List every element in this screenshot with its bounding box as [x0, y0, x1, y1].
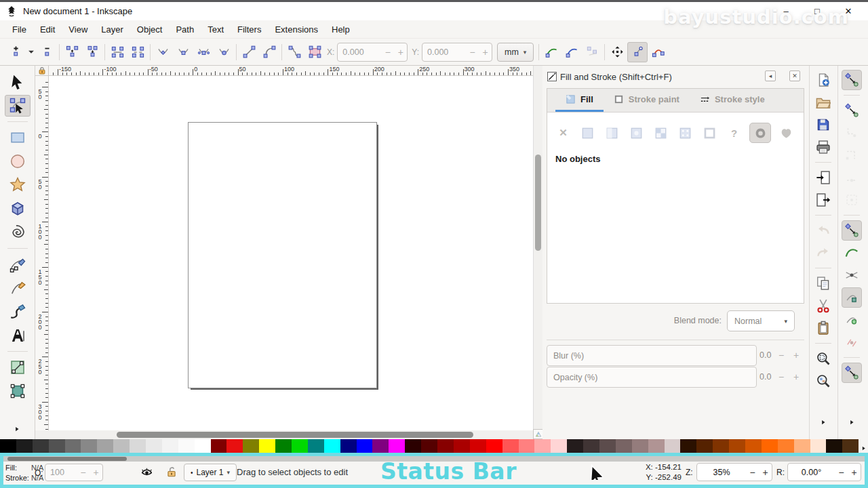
ruler-corner[interactable]	[35, 66, 49, 76]
menu-object[interactable]: Object	[130, 22, 170, 37]
print-document[interactable]	[813, 137, 833, 157]
palette-swatch[interactable]	[713, 439, 729, 453]
make-symmetric-button[interactable]	[193, 42, 214, 62]
menu-layer[interactable]: Layer	[94, 22, 130, 37]
node-tool[interactable]	[5, 95, 31, 117]
palette-swatch[interactable]	[226, 439, 243, 453]
palette-swatch[interactable]	[162, 439, 178, 453]
menu-path[interactable]: Path	[169, 22, 201, 37]
paint-unknown-question-button[interactable]: ?	[725, 124, 743, 142]
break-nodes-button[interactable]	[62, 42, 82, 62]
palette-swatch[interactable]	[16, 439, 33, 453]
join-nodes-button[interactable]	[82, 42, 102, 62]
paste[interactable]	[813, 318, 833, 338]
decrement-button[interactable]: −	[77, 467, 90, 478]
box3d-tool[interactable]	[5, 198, 31, 220]
fill-rule-nonzero-button[interactable]	[777, 124, 795, 142]
make-smooth-button[interactable]	[173, 42, 193, 62]
opacity-decrement-button[interactable]: −	[778, 371, 784, 382]
snap-midpoints[interactable]	[842, 332, 862, 352]
layer-selector[interactable]: • Layer 1 ▾	[184, 464, 237, 481]
snap-bounding-box[interactable]	[842, 100, 862, 121]
make-corner-button[interactable]	[153, 42, 173, 62]
palette-swatch[interactable]	[810, 439, 827, 453]
palette-swatch[interactable]	[146, 439, 162, 453]
make-auto-smooth-button[interactable]	[214, 42, 234, 62]
snap-bbox-edges[interactable]	[842, 123, 862, 143]
opacity-slider[interactable]: Opacity (%)	[547, 367, 757, 388]
delete-node-button[interactable]	[37, 42, 57, 62]
palette-swatch[interactable]	[33, 439, 49, 453]
palette-swatch[interactable]	[97, 439, 113, 453]
ellipse-tool[interactable]	[5, 150, 31, 172]
tab-stroke-style[interactable]: Stroke style	[690, 89, 775, 112]
dialog-collapse-button[interactable]: ◂	[765, 70, 776, 81]
show-path-outline-button[interactable]	[648, 42, 668, 62]
palette-swatch[interactable]	[778, 439, 794, 453]
opacity-increment-button[interactable]: +	[793, 371, 799, 382]
palette-swatch[interactable]	[243, 439, 259, 453]
copy[interactable]	[813, 273, 833, 293]
tab-fill[interactable]: Fill	[555, 89, 604, 112]
decrement-button[interactable]: −	[466, 47, 479, 58]
palette-swatch[interactable]	[648, 439, 665, 453]
dialog-close-button[interactable]: ✕	[789, 70, 800, 81]
palette-swatch[interactable]	[324, 439, 340, 453]
palette-swatch[interactable]	[470, 439, 486, 453]
palette-swatch[interactable]	[729, 439, 745, 453]
gradient-tool[interactable]	[5, 357, 31, 378]
palette-swatch[interactable]	[405, 439, 421, 453]
palette-swatch[interactable]	[842, 439, 859, 453]
palette-swatch[interactable]	[65, 439, 81, 453]
zoom-spinbox[interactable]: 35% − +	[696, 463, 772, 481]
no-paint-button[interactable]: ✕	[554, 124, 572, 142]
palette-scrollbar-thumb[interactable]	[7, 457, 127, 461]
join-with-segment-button[interactable]	[107, 42, 127, 62]
palette-scrollbar[interactable]	[3, 456, 865, 462]
pattern-button[interactable]	[652, 124, 670, 142]
next-path-effect-parameter-button[interactable]	[582, 42, 602, 62]
palette-expander[interactable]	[859, 439, 868, 453]
palette-swatch[interactable]	[454, 439, 470, 453]
palette-swatch[interactable]	[357, 439, 373, 453]
x-coordinate-spinbox[interactable]: 0.000−+	[337, 43, 408, 62]
snap-smooth-nodes[interactable]	[842, 310, 862, 330]
snap-bar-expander[interactable]	[842, 412, 862, 432]
decrement-button[interactable]: −	[381, 47, 394, 58]
palette-swatch[interactable]	[178, 439, 195, 453]
snap-bbox-edge-midpoints[interactable]	[842, 167, 862, 188]
palette-swatch[interactable]	[502, 439, 519, 453]
palette-swatch[interactable]	[211, 439, 227, 453]
horizontal-scrollbar[interactable]	[35, 430, 533, 439]
menu-help[interactable]: Help	[325, 22, 357, 37]
insert-node-button[interactable]	[5, 42, 26, 62]
palette-swatch[interactable]	[292, 439, 308, 453]
edit-clipping-path-button[interactable]	[541, 42, 561, 62]
menu-text[interactable]: Text	[201, 22, 231, 37]
blur-slider[interactable]: Blur (%)	[547, 345, 757, 366]
palette-swatch[interactable]	[195, 439, 211, 453]
palette-swatch[interactable]	[0, 439, 16, 453]
commands-bar-expander[interactable]	[813, 412, 833, 432]
palette-swatch[interactable]	[437, 439, 454, 453]
show-transform-handles-button[interactable]	[607, 42, 627, 62]
redo[interactable]	[813, 243, 833, 263]
open-document[interactable]	[813, 92, 833, 113]
palette-swatch[interactable]	[113, 439, 130, 453]
undo[interactable]	[813, 220, 833, 241]
snap-master-toggle[interactable]	[842, 70, 862, 90]
segments-to-curves-button[interactable]	[239, 42, 259, 62]
rotation-decrement-button[interactable]: −	[835, 467, 848, 478]
palette-swatch[interactable]	[826, 439, 842, 453]
snap-bbox-corners[interactable]	[842, 145, 862, 165]
snap-path-intersections[interactable]	[842, 265, 862, 285]
pen-tool[interactable]	[5, 253, 31, 275]
rectangle-tool[interactable]	[5, 127, 31, 148]
menu-edit[interactable]: Edit	[33, 22, 62, 37]
palette-swatch[interactable]	[745, 439, 762, 453]
vertical-scrollbar-thumb[interactable]	[535, 155, 541, 251]
palette-swatch[interactable]	[599, 439, 616, 453]
zoom-to-drawing[interactable]	[813, 371, 833, 391]
swatch-button[interactable]	[676, 124, 694, 142]
palette-swatch[interactable]	[275, 439, 292, 453]
